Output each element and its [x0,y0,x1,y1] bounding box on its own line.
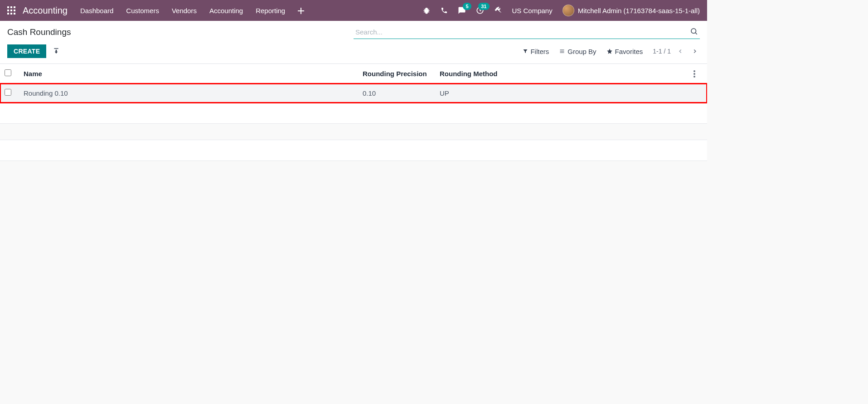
apps-icon[interactable] [7,6,15,15]
activities-badge: 31 [478,3,489,10]
svg-rect-8 [14,13,15,15]
empty-row [0,140,707,161]
import-icon[interactable] [53,48,60,55]
header-method[interactable]: Rounding Method [435,64,689,83]
menu-vendors[interactable]: Vendors [172,7,197,15]
filters-button[interactable]: Filters [523,48,549,55]
phone-icon[interactable] [441,7,448,14]
favorites-label: Favorites [615,48,643,55]
pager-range: 1-1 / 1 [653,48,671,55]
pager-next-icon[interactable] [690,46,700,56]
pager-prev-icon[interactable] [675,46,685,56]
menu-accounting[interactable]: Accounting [209,7,243,15]
empty-row [0,103,707,124]
messages-badge: 5 [463,3,471,10]
table-header-row: Name Rounding Precision Rounding Method [0,64,707,83]
groupby-button[interactable]: Group By [559,48,596,55]
svg-point-19 [693,76,695,78]
svg-line-13 [695,33,697,34]
search-input[interactable] [354,25,700,39]
svg-rect-10 [298,10,304,11]
app-brand[interactable]: Accounting [23,5,68,16]
avatar [563,5,574,16]
menu-customers[interactable]: Customers [126,7,159,15]
list-view: Name Rounding Precision Rounding Method … [0,64,707,161]
filters-label: Filters [530,48,549,55]
menu-reporting[interactable]: Reporting [256,7,285,15]
groupby-label: Group By [567,48,596,55]
plus-icon[interactable] [298,7,304,14]
control-panel: Cash Roundings CREATE Filters Group By [0,21,707,64]
user-name: Mitchell Admin (17163784-saas-15-1-all) [578,7,700,15]
top-navbar: Accounting Dashboard Customers Vendors A… [0,0,707,21]
gap-row [0,124,707,140]
page-title: Cash Roundings [7,27,71,37]
svg-rect-2 [14,6,15,8]
cell-precision: 0.10 [358,83,435,103]
header-name[interactable]: Name [19,64,358,83]
cell-method: UP [435,83,689,103]
pager: 1-1 / 1 [653,46,700,56]
svg-rect-4 [10,10,12,11]
search-bar [354,25,700,39]
search-options: Filters Group By Favorites [523,48,643,55]
user-menu[interactable]: Mitchell Admin (17163784-saas-15-1-all) [563,5,700,16]
header-options [689,64,707,83]
favorites-button[interactable]: Favorites [606,48,643,55]
messages-icon[interactable]: 5 [458,6,466,15]
row-checkbox[interactable] [5,89,11,96]
tools-icon[interactable] [494,6,502,15]
svg-rect-1 [10,6,12,8]
svg-rect-6 [7,13,9,15]
navbar-right: 5 31 US Company Mitchell Admin (17163784… [422,5,700,16]
bug-icon[interactable] [422,6,431,15]
table-row[interactable]: Rounding 0.10 0.10 UP [0,83,707,103]
menu-dashboard[interactable]: Dashboard [80,7,113,15]
header-checkbox-cell [0,64,19,83]
svg-point-18 [693,73,695,75]
svg-rect-0 [7,6,9,8]
main-menu: Dashboard Customers Vendors Accounting R… [80,7,304,15]
activities-icon[interactable]: 31 [476,6,484,15]
svg-rect-5 [14,10,15,11]
select-all-checkbox[interactable] [5,69,11,76]
svg-rect-3 [7,10,9,11]
row-checkbox-cell [0,83,19,103]
svg-rect-7 [10,13,12,15]
header-precision[interactable]: Rounding Precision [358,64,435,83]
columns-options-icon[interactable] [693,69,695,77]
cell-name: Rounding 0.10 [19,83,358,103]
svg-point-17 [693,70,695,72]
svg-point-12 [691,29,696,34]
search-icon[interactable] [690,27,698,35]
company-switcher[interactable]: US Company [512,7,553,15]
create-button[interactable]: CREATE [7,44,46,58]
